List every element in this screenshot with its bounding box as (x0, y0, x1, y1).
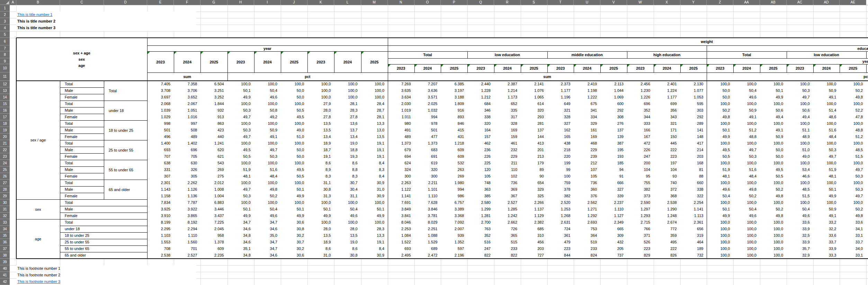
cell-V21[interactable]: 387 (600, 140, 624, 147)
cell-J22[interactable]: 50,0 (281, 147, 304, 153)
row-header-21[interactable]: 21 (0, 140, 10, 147)
cell-U14[interactable]: 1.222 (574, 94, 597, 101)
cell-Y27[interactable]: 660 (680, 180, 704, 186)
cell-G25[interactable]: 269 (200, 166, 224, 173)
cell-L21[interactable]: 19,0 (334, 140, 357, 147)
cell-Q17[interactable]: 338 (467, 114, 491, 120)
row-label-cell[interactable]: under 18 (65, 226, 144, 232)
cell-AA12[interactable]: 100,0 (733, 81, 757, 87)
sheet-title-3[interactable]: This is title number 3 (17, 25, 55, 31)
cell-H20[interactable]: 49,7 (227, 133, 251, 140)
cell-R35[interactable]: 365 (494, 232, 517, 239)
cell-K21[interactable]: 18,9 (307, 140, 331, 147)
cell-AE24[interactable]: 100,0 (840, 160, 863, 166)
cell-L30[interactable]: 100,0 (334, 199, 357, 206)
cell-L36[interactable]: 19,0 (334, 239, 357, 245)
cell-I37[interactable]: 34,7 (254, 245, 277, 252)
cell-X14[interactable]: 1.177 (654, 94, 677, 101)
cell-X33[interactable]: 2.674 (654, 219, 677, 226)
cell-O22[interactable]: 683 (414, 147, 438, 153)
cell-K27[interactable]: 31,1 (307, 180, 331, 186)
cell-P14[interactable]: 3.188 (441, 94, 464, 101)
cell-AA21[interactable]: 100,0 (733, 140, 757, 147)
cell-R32[interactable]: 1.242 (494, 213, 517, 219)
row-header-10[interactable]: 10 (0, 64, 10, 72)
cell-L34[interactable]: 28,0 (334, 226, 357, 232)
cell-AE15[interactable]: 100,0 (840, 101, 863, 107)
cell-AB20[interactable]: 50,9 (760, 133, 783, 140)
year-header-cell[interactable]: 2023 (307, 51, 334, 72)
cell-K36[interactable]: 18,9 (307, 239, 331, 245)
cell-U12[interactable]: 2.419 (574, 81, 597, 87)
cell-R12[interactable]: 2.387 (494, 81, 517, 87)
cell-Y18[interactable]: 289 (680, 120, 704, 127)
cell-P36[interactable]: 1.352 (441, 239, 464, 245)
row-label-cell[interactable]: Male (65, 206, 144, 213)
cell-F20[interactable]: 489 (174, 133, 197, 140)
cell-N17[interactable]: 1.011 (388, 114, 411, 120)
cell-I23[interactable]: 50,3 (254, 153, 277, 160)
cell-Y23[interactable]: 203 (680, 153, 704, 160)
cell-W30[interactable]: 2.590 (627, 199, 650, 206)
cell-AB17[interactable]: 49,4 (760, 114, 783, 120)
sheet-title-1[interactable]: This is title number 1 (17, 11, 52, 18)
cell-AD33[interactable]: 33,2 (813, 219, 836, 226)
cell-H21[interactable]: 100,0 (227, 140, 251, 147)
edu-group-header[interactable]: low education (787, 51, 866, 58)
cell-H12[interactable]: 100,0 (227, 81, 251, 87)
cell-H31[interactable]: 50,1 (227, 206, 251, 213)
cell-AC16[interactable]: 50,6 (787, 107, 810, 114)
cell-X16[interactable]: 356 (654, 107, 677, 114)
cell-AD27[interactable]: 100,0 (813, 180, 836, 186)
year-header-cell[interactable]: 2023 (467, 64, 494, 72)
cell-E26[interactable]: 307 (147, 173, 170, 180)
cell-Z25[interactable]: 51,9 (707, 166, 730, 173)
cell-AE25[interactable]: 49,7 (840, 166, 863, 173)
cell-AD19[interactable]: 51,6 (813, 127, 836, 133)
cell-AE13[interactable]: 50,2 (840, 87, 863, 94)
year-header-cell[interactable]: 2025 (441, 64, 467, 72)
row-group-label[interactable]: age (16, 219, 60, 259)
cell-X29[interactable]: 368 (654, 193, 677, 199)
age-group-label[interactable]: 25 to under 55 (104, 140, 147, 160)
cell-AC28[interactable]: 48,5 (787, 186, 810, 193)
select-all-corner[interactable] (0, 0, 10, 5)
cell-Q38[interactable]: 822 (467, 252, 491, 259)
cell-T20[interactable]: 165 (547, 133, 571, 140)
column-header-A[interactable]: A (10, 0, 16, 5)
cell-G30[interactable]: 6.883 (200, 199, 224, 206)
cell-S26[interactable]: 90 (521, 173, 544, 180)
cell-Q20[interactable]: 157 (467, 133, 491, 140)
cell-N19[interactable]: 491 (388, 127, 411, 133)
cell-AD32[interactable]: 49,1 (813, 213, 836, 219)
cell-M22[interactable]: 19,1 (361, 147, 384, 153)
edu-group-header[interactable]: middle education (547, 51, 627, 58)
cell-Q25[interactable]: 120 (467, 166, 491, 173)
year-header-cell[interactable]: 2024 (733, 64, 760, 72)
cell-Y33[interactable]: 2.361 (680, 219, 704, 226)
cell-AA27[interactable]: 100,0 (733, 180, 757, 186)
cell-AD35[interactable]: 33,6 (813, 232, 836, 239)
cell-R25[interactable]: 110 (494, 166, 517, 173)
cell-T37[interactable]: 223 (547, 245, 571, 252)
cell-AB22[interactable]: 50,0 (760, 147, 783, 153)
cell-S15[interactable]: 614 (521, 101, 544, 107)
cell-V36[interactable]: 432 (600, 239, 624, 245)
column-header-H[interactable]: H (227, 0, 254, 5)
cell-O12[interactable]: 7.207 (414, 81, 438, 87)
cell-E23[interactable]: 707 (147, 153, 170, 160)
cell-L16[interactable]: 28,3 (334, 107, 357, 114)
cell-AC25[interactable]: 53,4 (787, 166, 810, 173)
cell-O36[interactable]: 1.529 (414, 239, 438, 245)
cell-AD29[interactable]: 49,9 (813, 193, 836, 199)
cell-O18[interactable]: 978 (414, 120, 438, 127)
cell-V25[interactable]: 94 (600, 166, 624, 173)
cell-R29[interactable]: 367 (494, 193, 517, 199)
cell-I16[interactable]: 50,8 (254, 107, 277, 114)
cell-G32[interactable]: 3.437 (200, 213, 224, 219)
cell-O29[interactable]: 1.110 (414, 193, 438, 199)
cell-J26[interactable]: 50,5 (281, 173, 304, 180)
cell-O34[interactable]: 2.251 (414, 226, 438, 232)
cell-Z14[interactable]: 50,0 (707, 94, 730, 101)
row-label-cell[interactable]: 55 to under 65 (65, 245, 144, 252)
